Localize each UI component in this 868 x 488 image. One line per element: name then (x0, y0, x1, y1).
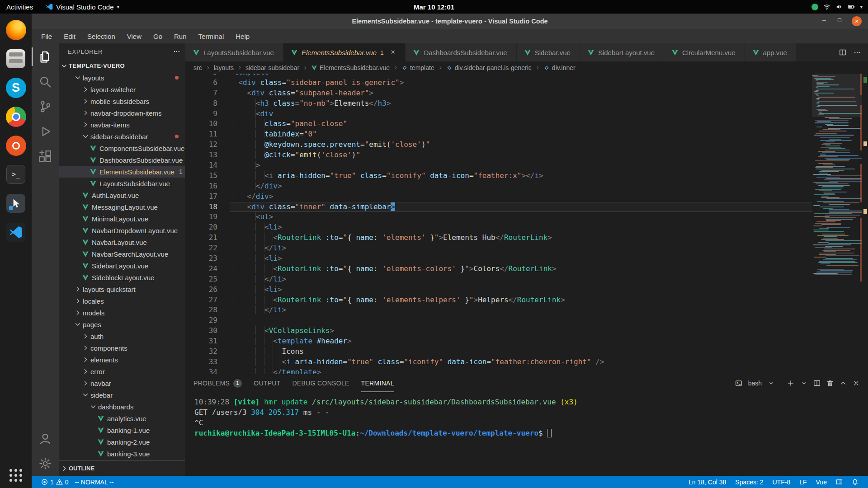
status-vue[interactable]: Vue (813, 479, 830, 486)
new-terminal-icon[interactable] (787, 380, 794, 387)
caret-down-icon[interactable] (768, 380, 775, 387)
menu-help[interactable]: Help (230, 30, 255, 42)
code-line-16[interactable]: 16 </div> (185, 181, 812, 192)
minimap[interactable] (812, 74, 862, 374)
tree-item-componentssubsidebar-vue[interactable]: ComponentsSubsidebar.vue (59, 142, 185, 154)
system-tray[interactable]: ▾ (811, 3, 868, 10)
activity-settings[interactable] (32, 451, 59, 476)
code-line-28[interactable]: 28 </li> (185, 305, 812, 315)
code-line-20[interactable]: 20 <li> (185, 222, 812, 233)
breadcrumb-src[interactable]: src (193, 64, 202, 71)
tree-item-messaginglayout-vue[interactable]: MessagingLayout.vue (59, 201, 185, 213)
tree-item-mobile-subsidebars[interactable]: mobile-subsidebars (59, 95, 185, 107)
activity-source-control[interactable] (32, 94, 59, 119)
close-panel-icon[interactable] (853, 380, 860, 387)
code-line-12[interactable]: 12 @keydown.space.prevent="emit('close')… (185, 140, 812, 150)
terminal-profile-icon[interactable] (735, 380, 742, 387)
code-line-18[interactable]: 18 <div class="inner" data-simplebar> (185, 202, 812, 212)
code-line-31[interactable]: 31 <template #header> (185, 336, 812, 347)
tab-layoutssubsidebar-vue[interactable]: LayoutsSubsidebar.vue (185, 43, 283, 61)
activity-search[interactable] (32, 69, 59, 94)
status-spaces-2[interactable]: Spaces: 2 (732, 479, 766, 486)
tree-item-sidebarlayout-vue[interactable]: SidebarLayout.vue (59, 260, 185, 272)
tree-item-navbar[interactable]: navbar (59, 377, 185, 389)
tree-item-navbarlayout-vue[interactable]: NavbarLayout.vue (59, 236, 185, 248)
breadcrumb-div-sidebar-panel-is-generic[interactable]: div.sidebar-panel.is-generic (446, 64, 532, 71)
menu-run[interactable]: Run (168, 30, 193, 42)
tab-sidebarlayout-vue[interactable]: SidebarLayout.vue (580, 43, 664, 61)
code-line-33[interactable]: 33 <i aria-hidden="true" class="iconify"… (185, 357, 812, 367)
tree-item-elements[interactable]: elements (59, 354, 185, 366)
window-titlebar[interactable]: ElementsSubsidebar.vue - template-vuero … (32, 14, 868, 29)
workspace-section-header[interactable]: TEMPLATE-VUERO (59, 60, 185, 72)
code-line-14[interactable]: 14 > (185, 160, 812, 171)
tree-item-components[interactable]: components (59, 342, 185, 354)
tree-item-locales[interactable]: locales (59, 295, 185, 307)
tree-item-elementssubsidebar-vue[interactable]: ElementsSubsidebar.vue1 (59, 166, 185, 178)
vscode-icon[interactable] (4, 221, 28, 244)
menu-go[interactable]: Go (147, 30, 168, 42)
more-actions-icon[interactable] (854, 49, 861, 56)
tree-item-banking-1-vue[interactable]: banking-1.vue (59, 424, 185, 436)
tree-item-sidebar[interactable]: sidebar (59, 389, 185, 401)
tree-item-navbarsearchlayout-vue[interactable]: NavbarSearchLayout.vue (59, 248, 185, 260)
problems-status[interactable]: 10 (38, 476, 72, 488)
code-line-9[interactable]: 9 <div (185, 109, 812, 119)
code-line-17[interactable]: 17 </div> (185, 192, 812, 202)
editor-layout-icon[interactable] (833, 479, 846, 485)
tab-sidebar-vue[interactable]: Sidebar.vue (517, 43, 580, 61)
tree-item-auth[interactable]: auth (59, 330, 185, 342)
panel-tab-terminal[interactable]: TERMINAL (361, 374, 394, 392)
ubuntu-icon[interactable] (4, 134, 28, 157)
menu-edit[interactable]: Edit (58, 30, 81, 42)
more-actions-icon[interactable] (173, 48, 180, 55)
close-tab-icon[interactable] (390, 49, 396, 56)
maximize-panel-icon[interactable] (840, 380, 847, 387)
status-lf[interactable]: LF (796, 479, 810, 486)
tree-item-error[interactable]: error (59, 366, 185, 377)
terminal-output[interactable]: 10:39:28 [vite] hmr update /src/layouts/… (185, 392, 868, 476)
activity-explorer[interactable] (32, 44, 59, 69)
menu-file[interactable]: File (35, 30, 58, 42)
terminal-icon[interactable]: >_ (4, 163, 28, 186)
status-ln-18-col-38[interactable]: Ln 18, Col 38 (685, 479, 729, 486)
code-line-27[interactable]: 27 <RouterLink :to="{ name: 'elements-he… (185, 295, 812, 305)
tree-item-navbar-items[interactable]: navbar-items (59, 119, 185, 131)
skype-icon[interactable]: S (4, 76, 28, 99)
kill-terminal-icon[interactable] (826, 380, 834, 387)
code-line-26[interactable]: 26 <li> (185, 285, 812, 295)
code-line-6[interactable]: 6 <div class="sidebar-panel is-generic"> (185, 78, 812, 88)
outline-section-header[interactable]: OUTLINE (59, 460, 185, 476)
chrome-icon[interactable] (4, 105, 28, 128)
code-line-7[interactable]: 7 <div class="subpanel-header"> (185, 88, 812, 99)
vim-mode-indicator[interactable]: -- NORMAL -- (72, 476, 117, 488)
tree-item-navbardropdownlayout-vue[interactable]: NavbarDropdownLayout.vue (59, 225, 185, 236)
overview-ruler[interactable] (862, 74, 868, 374)
tree-item-layouts-quickstart[interactable]: layouts-quickstart (59, 283, 185, 295)
focused-app-menu[interactable]: Visual Studio Code ▾ (39, 0, 126, 14)
tree-item-pages[interactable]: pages (59, 319, 185, 330)
shell-name[interactable]: bash (748, 380, 762, 387)
notifications-bell[interactable] (849, 479, 862, 485)
code-line-32[interactable]: 32 Icons (185, 347, 812, 357)
tree-item-layouts[interactable]: layouts (59, 72, 185, 84)
activity-run-debug[interactable] (32, 119, 59, 144)
tree-item-analytics-vue[interactable]: analytics.vue (59, 413, 185, 424)
tab-elementssubsidebar-vue[interactable]: ElementsSubsidebar.vue1 (283, 43, 406, 61)
editor[interactable]: 5<template>6 <div class="sidebar-panel i… (185, 74, 868, 374)
code-line-30[interactable]: 30 <VCollapseLinks> (185, 326, 812, 336)
tree-item-dashboards[interactable]: dashboards (59, 401, 185, 413)
code-line-19[interactable]: 19 <ul> (185, 212, 812, 222)
terminal-dropdown-icon[interactable] (800, 380, 807, 387)
minimize-button[interactable] (821, 17, 827, 25)
tree-item-authlayout-vue[interactable]: AuthLayout.vue (59, 189, 185, 201)
show-applications-icon[interactable] (9, 469, 22, 482)
tab-circularmenu-vue[interactable]: CircularMenu.vue (664, 43, 745, 61)
code-line-13[interactable]: 13 @click="emit('close')" (185, 150, 812, 160)
menu-terminal[interactable]: Terminal (193, 30, 230, 42)
tree-item-sideblocklayout-vue[interactable]: SideblockLayout.vue (59, 272, 185, 283)
status-utf-8[interactable]: UTF-8 (769, 479, 794, 486)
code-line-24[interactable]: 24 <RouterLink :to="{ name: 'elements-co… (185, 264, 812, 274)
breadcrumb-div-inner[interactable]: div.inner (543, 64, 576, 71)
menu-selection[interactable]: Selection (81, 30, 121, 42)
